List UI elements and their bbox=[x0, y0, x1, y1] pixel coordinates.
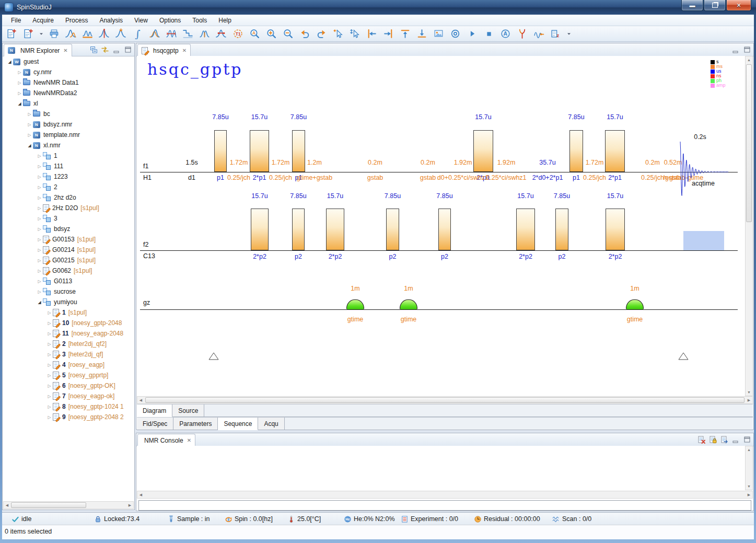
expand-arrow-icon[interactable]: ▷ bbox=[36, 290, 43, 294]
explorer-maximize-icon[interactable] bbox=[123, 45, 132, 54]
close-button[interactable]: ✕ bbox=[726, 0, 751, 11]
scroll-left-icon[interactable]: ◀ bbox=[137, 397, 144, 403]
tree-item-xl[interactable]: ◢xl bbox=[3, 98, 134, 109]
menu-options[interactable]: Options bbox=[154, 15, 187, 26]
tree-item-6[interactable]: ▷6[noesy_gptp-OK] bbox=[3, 380, 134, 391]
console-close-icon[interactable]: ✕ bbox=[187, 437, 191, 443]
peak-picking-button[interactable] bbox=[114, 27, 127, 41]
tree-item-g00215[interactable]: ▷G00215[s1pul] bbox=[3, 255, 134, 265]
tab-sequence[interactable]: Sequence bbox=[218, 418, 258, 430]
tree-item-4[interactable]: ▷4[roesy_eagp] bbox=[3, 360, 134, 370]
pulse-tools-button[interactable]: z bbox=[549, 27, 562, 41]
menu-tools[interactable]: Tools bbox=[187, 15, 213, 26]
expand-arrow-icon[interactable]: ▷ bbox=[26, 133, 33, 137]
expand-arrow-icon[interactable]: ▷ bbox=[46, 373, 53, 378]
console-vscrollbar[interactable]: ▲ ▼ bbox=[745, 446, 753, 490]
expand-arrow-icon[interactable]: ▷ bbox=[36, 279, 43, 284]
expand-arrow-icon[interactable]: ▷ bbox=[36, 164, 43, 169]
linewidth-measure-button[interactable] bbox=[165, 27, 178, 41]
expand-arrow-icon[interactable]: ▷ bbox=[36, 216, 43, 221]
expand-arrow-icon[interactable]: ▷ bbox=[46, 310, 53, 315]
integral-trace-button[interactable] bbox=[181, 27, 194, 41]
stop-acquisition-button[interactable] bbox=[482, 27, 495, 41]
tree-item-sucrose[interactable]: ▷sucrose bbox=[3, 286, 134, 297]
expand-arrow-icon[interactable]: ▷ bbox=[46, 342, 53, 346]
menu-acquire[interactable]: Acquire bbox=[27, 15, 60, 26]
editor-minimize-icon[interactable] bbox=[731, 45, 740, 54]
tree-item-template-nmr[interactable]: ▷Ntemplate.nmr bbox=[3, 130, 134, 140]
dual-display-button[interactable] bbox=[198, 27, 211, 41]
tree-item-10[interactable]: ▷10[noesy_gptp-2048 bbox=[3, 318, 134, 328]
track-cursor-button[interactable] bbox=[348, 27, 362, 41]
tree-item-3[interactable]: ▷3[heter2dj_qf] bbox=[3, 349, 134, 360]
expand-arrow-icon[interactable]: ▷ bbox=[46, 384, 53, 388]
expand-arrow-icon[interactable]: ▷ bbox=[46, 394, 53, 399]
seek-last-button[interactable] bbox=[382, 27, 395, 41]
expand-arrow-icon[interactable]: ▷ bbox=[36, 248, 43, 252]
scroll-thumb[interactable] bbox=[145, 397, 745, 403]
tree-item-2hz-d2o[interactable]: ▷2hz d2o bbox=[3, 192, 134, 203]
zoom-out-button[interactable] bbox=[282, 27, 295, 41]
menu-analysis[interactable]: Analysis bbox=[94, 15, 129, 26]
console-hscrollbar[interactable]: ◀ ▶ bbox=[137, 491, 753, 499]
editor-tab-close-icon[interactable]: ✕ bbox=[182, 48, 187, 53]
shift-down-button[interactable] bbox=[415, 27, 428, 41]
diagram-vscrollbar[interactable]: ▲ ▼ bbox=[745, 56, 753, 396]
run-acquisition-button[interactable] bbox=[466, 27, 479, 41]
undo-button[interactable] bbox=[298, 27, 311, 41]
tree-item-1[interactable]: ▷1[s1pul] bbox=[3, 307, 134, 318]
scroll-left-icon[interactable]: ◀ bbox=[137, 491, 144, 498]
tree-item-11[interactable]: ▷11[noesy_eagp-2048 bbox=[3, 328, 134, 339]
scroll-down-icon[interactable]: ▼ bbox=[746, 389, 752, 396]
tree-item-2[interactable]: ▷2[heter2dj_qf2] bbox=[3, 339, 134, 349]
expand-arrow-icon[interactable]: ▷ bbox=[36, 227, 43, 232]
tree-item-2hz-d2o[interactable]: ▷2Hz D2O[s1pul] bbox=[3, 203, 134, 213]
console-maximize-icon[interactable] bbox=[742, 435, 751, 444]
tree-item-guest[interactable]: ◢Wguest bbox=[3, 56, 134, 67]
tree-item-7[interactable]: ▷7[noesy_eagp-ok] bbox=[3, 391, 134, 401]
expand-arrow-icon[interactable]: ▷ bbox=[46, 352, 53, 357]
editor-tab-hsqcgptp[interactable]: hsqcgptp ✕ bbox=[137, 44, 191, 56]
collapse-all-icon[interactable] bbox=[89, 45, 98, 54]
zoom-in-button[interactable] bbox=[265, 27, 278, 41]
restore-button[interactable] bbox=[704, 0, 726, 11]
tree-item-1223[interactable]: ▷1223 bbox=[3, 171, 134, 182]
scroll-lock-icon[interactable] bbox=[708, 435, 717, 444]
expand-arrow-icon[interactable]: ▷ bbox=[46, 405, 53, 409]
expand-arrow-icon[interactable]: ▷ bbox=[16, 91, 23, 96]
expand-arrow-icon[interactable]: ▷ bbox=[36, 258, 43, 263]
seek-first-button[interactable] bbox=[365, 27, 378, 41]
collapse-arrow-icon[interactable]: ◢ bbox=[16, 101, 23, 106]
new-experiment-button[interactable] bbox=[5, 27, 18, 41]
tab-diagram[interactable]: Diagram bbox=[137, 405, 172, 417]
diagram-hscrollbar[interactable]: ◀ ▶ bbox=[137, 396, 753, 404]
console-output[interactable] bbox=[137, 446, 745, 490]
t1-analysis-button[interactable]: T1 bbox=[231, 27, 245, 41]
zoom-find-button[interactable]: A bbox=[248, 27, 261, 41]
stacked-spectra-button[interactable] bbox=[148, 27, 161, 41]
shift-up-button[interactable] bbox=[399, 27, 412, 41]
probe-tune-button[interactable] bbox=[516, 27, 529, 41]
tree-item-newnmrdata2[interactable]: ▷NewNMRData2 bbox=[3, 88, 134, 98]
console-minimize-icon[interactable] bbox=[731, 435, 740, 444]
menu-help[interactable]: Help bbox=[213, 15, 237, 26]
tree-item-g0062[interactable]: ▷G0062[s1pul] bbox=[3, 265, 134, 276]
tree-item-9[interactable]: ▷9[noesy_gptp-2048 2 bbox=[3, 412, 134, 422]
phase-correction-button[interactable] bbox=[98, 27, 111, 41]
tab-acqu[interactable]: Acqu bbox=[258, 418, 284, 430]
tree-item-bdsyz-nmr[interactable]: ▷Nbdsyz.nmr bbox=[3, 119, 134, 130]
expand-arrow-icon[interactable]: ▷ bbox=[36, 154, 43, 158]
shim-button[interactable] bbox=[449, 27, 462, 41]
tab-source[interactable]: Source bbox=[172, 405, 204, 417]
scroll-left-icon[interactable]: ◀ bbox=[4, 502, 10, 509]
clear-console-icon[interactable] bbox=[696, 435, 705, 444]
auto-process-button[interactable]: A bbox=[499, 27, 512, 41]
wave-analyze-button[interactable] bbox=[532, 27, 545, 41]
editor-maximize-icon[interactable] bbox=[742, 45, 751, 54]
expand-arrow-icon[interactable]: ▷ bbox=[46, 331, 53, 336]
expand-arrow-icon[interactable]: ▷ bbox=[36, 175, 43, 179]
collapse-arrow-icon[interactable]: ◢ bbox=[26, 143, 33, 148]
export-image-button[interactable] bbox=[432, 27, 445, 41]
explorer-minimize-icon[interactable] bbox=[112, 45, 121, 54]
scroll-right-icon[interactable]: ▶ bbox=[746, 491, 752, 498]
